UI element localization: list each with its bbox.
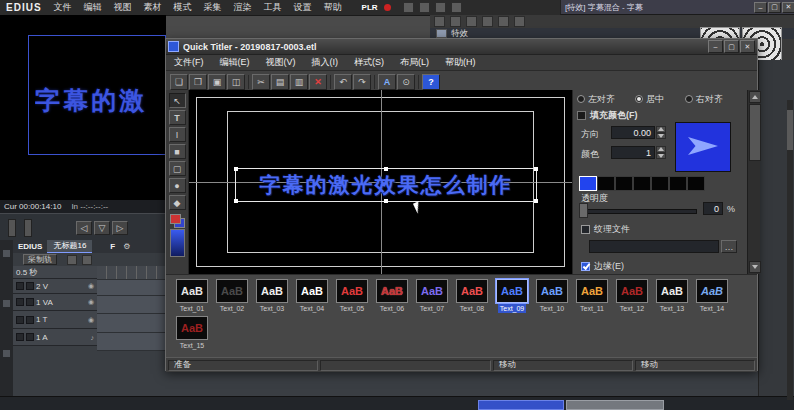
selection-handle[interactable] [234, 167, 238, 171]
bin-toolbar-icon[interactable] [466, 16, 477, 27]
undo-button[interactable]: ↶ [334, 74, 352, 90]
color-swatch[interactable] [615, 176, 633, 191]
lock-icon[interactable] [26, 298, 34, 306]
titler-titlebar[interactable]: Quick Titler - 20190817-0003.etl – ▢ ✕ [166, 39, 757, 55]
color-swatch[interactable] [651, 176, 669, 191]
preset-item[interactable]: AaBText_15 [172, 316, 212, 350]
lock-icon[interactable] [26, 333, 34, 341]
lock-icon[interactable] [26, 282, 34, 290]
text-horizontal-tool[interactable]: T [169, 110, 186, 125]
align-center-option[interactable]: 居中 [635, 93, 664, 105]
help-button[interactable]: ? [422, 74, 440, 90]
preset-item[interactable]: AaBText_11 [572, 279, 612, 313]
track-header-1a[interactable]: 1 A ♪ [13, 329, 97, 346]
color-swatch-selected[interactable] [579, 176, 597, 191]
save-as-button[interactable]: ◫ [227, 74, 245, 90]
preset-item[interactable]: AaBText_08 [452, 279, 492, 313]
menu-render[interactable]: 渲染 [228, 0, 258, 15]
timeline-hscroll-thumb[interactable] [478, 400, 564, 410]
align-right-option[interactable]: 右对齐 [685, 93, 723, 105]
preset-item[interactable]: AaBText_05 [332, 279, 372, 313]
properties-scrollbar[interactable] [747, 90, 760, 274]
toolbar-icon[interactable] [451, 2, 462, 13]
preset-item[interactable]: AaBText_03 [252, 279, 292, 313]
timeline-hscroll-thumb[interactable] [566, 400, 664, 410]
mute-icon[interactable] [16, 282, 24, 290]
selection-handle[interactable] [384, 199, 388, 203]
preset-item[interactable]: AaBText_01 [172, 279, 212, 313]
copy-button[interactable]: ▤ [271, 74, 289, 90]
titler-menu-style[interactable]: 样式(S) [346, 55, 392, 70]
menu-settings[interactable]: 设置 [288, 0, 318, 15]
record-icon[interactable] [384, 4, 391, 11]
titler-menu-view[interactable]: 视图(V) [258, 55, 304, 70]
eye-icon[interactable]: ◉ [88, 282, 94, 290]
mute-icon[interactable] [16, 298, 24, 306]
track-mode-chip[interactable]: 采制轨 [23, 254, 57, 265]
gradient-preview[interactable] [170, 229, 185, 257]
mute-icon[interactable] [16, 316, 24, 324]
timeline-toolbar-icon[interactable] [67, 255, 77, 265]
rect-tool[interactable]: ■ [169, 144, 186, 159]
text-object-selection[interactable]: 字幕的激光效果怎么制作 [235, 168, 537, 202]
next-frame-button[interactable]: ▷ [112, 221, 128, 235]
titler-menu-help[interactable]: 帮助(H) [437, 55, 484, 70]
stop-button[interactable]: ▽ [94, 221, 110, 235]
track-header-ruler[interactable]: 0.5 秒 [13, 266, 97, 279]
titler-menu-layout[interactable]: 布局(L) [392, 55, 437, 70]
preset-item[interactable]: AaBText_06 [372, 279, 412, 313]
bin-toolbar-icon[interactable] [514, 16, 525, 27]
preset-item[interactable]: AaBText_13 [652, 279, 692, 313]
zoom-button[interactable]: ⊙ [397, 74, 415, 90]
bin-toolbar-icon[interactable] [482, 16, 493, 27]
maximize-icon[interactable]: ▢ [724, 40, 739, 53]
toolbar-icon[interactable] [419, 2, 430, 13]
track-header-2v[interactable]: 2 V ◉ [13, 279, 97, 294]
align-left-option[interactable]: 左对齐 [577, 93, 615, 105]
delete-button[interactable]: ✕ [309, 74, 327, 90]
ellipse-tool[interactable]: ● [169, 178, 186, 193]
save-button[interactable]: ▣ [208, 74, 226, 90]
paste-button[interactable]: ▥ [290, 74, 308, 90]
menu-view[interactable]: 视图 [108, 0, 138, 15]
minimize-icon[interactable]: – [754, 2, 767, 13]
line-tool[interactable]: ◆ [169, 195, 186, 210]
color-swatch[interactable] [633, 176, 651, 191]
selection-handle[interactable] [534, 199, 538, 203]
redo-button[interactable]: ↷ [353, 74, 371, 90]
texture-file-input[interactable] [589, 240, 719, 253]
track-header-1va[interactable]: 1 VA ◉ [13, 294, 97, 311]
rail-icon[interactable] [3, 300, 10, 307]
track-header-1t[interactable]: 1 T ◉ [13, 311, 97, 329]
prev-frame-button[interactable]: ◁ [76, 221, 92, 235]
favorites-icon[interactable]: F [110, 242, 115, 251]
menu-capture[interactable]: 采集 [198, 0, 228, 15]
maximize-icon[interactable]: ▢ [768, 2, 781, 13]
close-icon[interactable]: ✕ [782, 2, 794, 13]
browse-button[interactable]: … [721, 240, 737, 253]
rounded-rect-tool[interactable]: ▢ [169, 161, 186, 176]
preset-item[interactable]: AaBText_07 [412, 279, 452, 313]
title-text[interactable]: 字幕的激光效果怎么制作 [236, 169, 536, 201]
select-tool[interactable]: ↖ [169, 93, 186, 108]
menu-clip[interactable]: 素材 [138, 0, 168, 15]
preset-item[interactable]: AaBText_04 [292, 279, 332, 313]
selection-handle[interactable] [234, 199, 238, 203]
texture-file-option[interactable]: 纹理文件 [581, 224, 630, 235]
scroll-up-icon[interactable] [749, 91, 761, 103]
open-button[interactable]: ❐ [189, 74, 207, 90]
fx-window-titlebar[interactable]: [特效] 字幕混合 - 字幕 – ▢ ✕ [560, 0, 794, 15]
preset-item[interactable]: AaBText_14 [692, 279, 732, 313]
titler-menu-edit[interactable]: 编辑(E) [212, 55, 258, 70]
preset-item-selected[interactable]: AaBText_09 [492, 279, 532, 313]
fill-color-section[interactable]: 填充颜色(F) [577, 109, 638, 121]
timeline-toolbar-icon[interactable] [82, 255, 92, 265]
titler-menu-insert[interactable]: 插入(I) [304, 55, 347, 70]
color-swatch[interactable] [597, 176, 615, 191]
rail-icon[interactable] [3, 350, 10, 357]
bin-toolbar-icon[interactable] [450, 16, 461, 27]
text-style-button[interactable]: A [378, 74, 396, 90]
menu-file[interactable]: 文件 [48, 0, 78, 15]
menu-edit[interactable]: 编辑 [78, 0, 108, 15]
edge-option[interactable]: 边缘(E) [581, 261, 624, 272]
